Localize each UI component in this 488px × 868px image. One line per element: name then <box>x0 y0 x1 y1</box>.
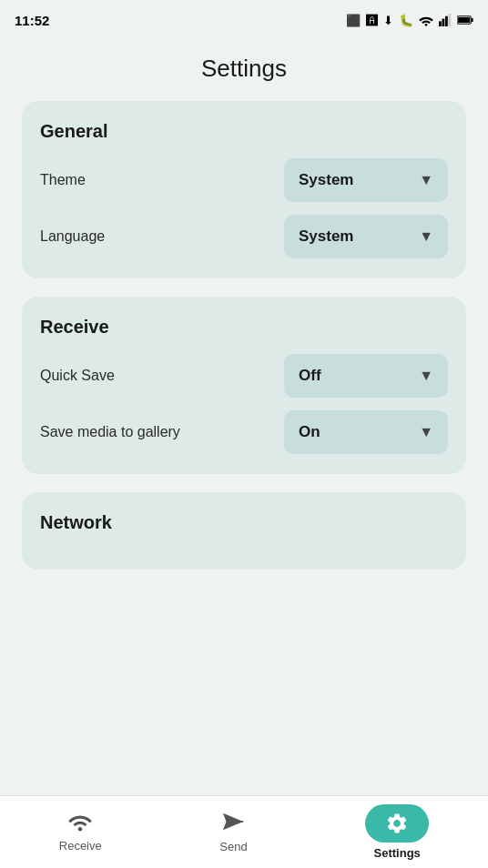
settings-nav-label: Settings <box>374 846 421 860</box>
gear-nav-icon <box>385 812 409 835</box>
network-section: Network <box>22 492 466 570</box>
content-area: General Theme System ▼ Language System ▼… <box>0 101 488 856</box>
theme-label: Theme <box>40 172 284 188</box>
svg-rect-2 <box>442 19 445 26</box>
page-title-container: Settings <box>0 40 488 101</box>
settings-nav-icon-bg <box>365 804 429 843</box>
svg-point-0 <box>425 24 428 26</box>
quick-save-label: Quick Save <box>40 368 284 384</box>
general-section: General Theme System ▼ Language System ▼ <box>22 101 466 278</box>
save-media-dropdown[interactable]: On ▼ <box>284 410 448 454</box>
theme-value: System <box>299 171 353 189</box>
receive-nav-icon-container <box>67 812 93 835</box>
wifi-status-icon <box>419 14 433 26</box>
svg-point-8 <box>78 827 83 832</box>
bottom-nav: Receive Send Settings <box>0 795 488 868</box>
status-icons: ⬛ 🅰 ⬇ 🐛 <box>346 14 473 27</box>
theme-row: Theme System ▼ <box>40 158 448 202</box>
network-section-title: Network <box>40 512 448 533</box>
quick-save-dropdown[interactable]: Off ▼ <box>284 354 448 398</box>
quick-save-row: Quick Save Off ▼ <box>40 354 448 398</box>
language-dropdown[interactable]: System ▼ <box>284 215 448 258</box>
nav-item-send[interactable]: Send <box>205 803 261 861</box>
bug-icon: 🐛 <box>399 14 413 27</box>
language-row: Language System ▼ <box>40 215 448 258</box>
save-media-label: Save media to gallery <box>40 424 284 440</box>
general-section-title: General <box>40 121 448 142</box>
nav-item-settings[interactable]: Settings <box>351 797 443 867</box>
receive-section: Receive Quick Save Off ▼ Save media to g… <box>22 297 466 474</box>
status-bar: 11:52 ⬛ 🅰 ⬇ 🐛 <box>0 0 488 40</box>
language-value: System <box>299 227 353 246</box>
battery-icon <box>457 15 473 25</box>
svg-rect-6 <box>472 18 473 22</box>
nav-item-receive[interactable]: Receive <box>45 804 117 860</box>
language-dropdown-arrow: ▼ <box>419 228 433 245</box>
signal-icon <box>439 14 452 26</box>
status-time: 11:52 <box>15 13 49 28</box>
wifi-nav-icon <box>67 812 93 832</box>
download-icon: ⬇ <box>383 14 393 27</box>
send-nav-icon <box>221 811 245 833</box>
quick-save-value: Off <box>299 367 321 385</box>
send-nav-label: Send <box>219 840 247 853</box>
save-media-dropdown-arrow: ▼ <box>419 424 433 440</box>
receive-section-title: Receive <box>40 317 448 338</box>
send-nav-icon-container <box>221 811 245 836</box>
language-label: Language <box>40 228 284 245</box>
quick-save-dropdown-arrow: ▼ <box>419 368 433 384</box>
save-media-row: Save media to gallery On ▼ <box>40 410 448 454</box>
receive-nav-label: Receive <box>59 839 102 853</box>
svg-rect-1 <box>439 21 442 26</box>
page-title: Settings <box>0 55 488 83</box>
svg-rect-3 <box>445 16 448 26</box>
save-media-value: On <box>299 423 320 441</box>
app-icon-2: 🅰 <box>366 14 378 27</box>
svg-rect-7 <box>458 17 470 23</box>
theme-dropdown-arrow: ▼ <box>419 172 433 188</box>
svg-rect-4 <box>449 14 452 26</box>
theme-dropdown[interactable]: System ▼ <box>284 158 448 202</box>
app-icon-1: ⬛ <box>346 14 361 27</box>
